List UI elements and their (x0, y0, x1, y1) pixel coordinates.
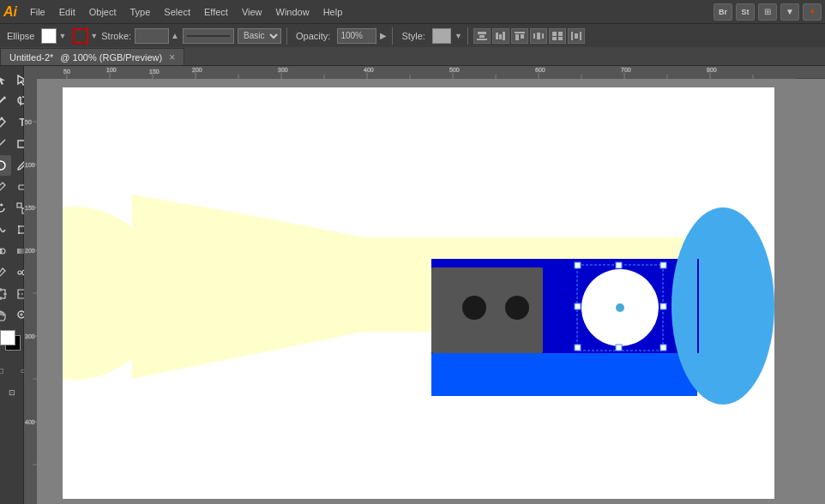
menu-file[interactable]: File (24, 5, 51, 19)
menu-select[interactable]: Select (158, 5, 196, 19)
pen-tool-button[interactable] (0, 112, 11, 133)
svg-rect-3 (496, 33, 498, 39)
main-area: T (0, 66, 825, 504)
rotate-tool-button[interactable] (0, 198, 11, 219)
eyedropper-tool-button[interactable] (0, 262, 11, 283)
color-swatches (0, 330, 24, 357)
svg-rect-37 (18, 232, 20, 234)
inside-mode-button[interactable]: ⊡ (2, 382, 22, 403)
svg-line-33 (21, 207, 23, 209)
align-icons-group (473, 28, 585, 44)
svg-text:600: 600 (535, 67, 545, 73)
handle-tl (575, 262, 581, 268)
svg-line-21 (0, 98, 4, 105)
circle-center-dot (616, 303, 624, 312)
bottom-stripe (431, 353, 697, 396)
fill-swatch[interactable] (41, 28, 57, 44)
svg-text:150: 150 (25, 205, 35, 211)
svg-text:200: 200 (192, 67, 202, 73)
svg-marker-30 (1, 203, 3, 207)
svg-rect-15 (558, 37, 563, 40)
svg-rect-1 (479, 35, 485, 38)
menu-effect[interactable]: Effect (198, 5, 234, 19)
style-label: Style: (398, 31, 429, 41)
menu-help[interactable]: Help (317, 5, 349, 19)
options-toolbar: Ellipse ▼ ▼ Stroke: ▲ Basic Opacity: ▶ S… (0, 23, 825, 47)
align-grid-icon[interactable] (549, 28, 566, 44)
menu-object[interactable]: Object (83, 5, 123, 19)
pencil-tool-button[interactable] (0, 177, 11, 197)
shape-builder-button[interactable] (0, 241, 11, 261)
svg-point-28 (0, 161, 5, 170)
foreground-color-swatch[interactable] (0, 330, 15, 345)
align-h-center-icon[interactable] (473, 28, 491, 44)
align-v-center-icon[interactable] (492, 28, 509, 44)
menu-type[interactable]: Type (124, 5, 157, 19)
align-top-icon[interactable] (511, 28, 528, 44)
svg-text:200: 200 (25, 248, 35, 254)
stroke-width-input[interactable] (135, 28, 169, 44)
hand-tool-button[interactable] (0, 305, 11, 326)
warp-tool-button[interactable] (0, 219, 11, 240)
selection-tool-button[interactable] (0, 69, 11, 90)
workspace-icon[interactable]: ▼ (780, 3, 799, 21)
artboard-tool-button[interactable] (0, 284, 11, 304)
style-swatch[interactable] (432, 28, 451, 44)
align-spacing-icon[interactable] (568, 28, 585, 44)
opacity-input[interactable] (337, 28, 376, 44)
handle-tr (660, 262, 666, 268)
svg-rect-2 (477, 39, 487, 40)
dot-left (462, 296, 486, 320)
ellipse-tool-button[interactable] (0, 155, 11, 176)
fill-arrow[interactable]: ▼ (58, 32, 66, 40)
svg-text:50: 50 (25, 119, 32, 125)
document-canvas (37, 79, 825, 504)
stroke-swatch[interactable] (73, 28, 88, 44)
svg-rect-9 (533, 33, 535, 39)
illustration-svg (63, 87, 774, 499)
svg-rect-13 (558, 32, 563, 36)
menu-edit[interactable]: Edit (53, 5, 81, 19)
svg-rect-6 (515, 32, 525, 33)
menu-bar: Ai File Edit Object Type Select Effect V… (0, 0, 825, 23)
stroke-profile-select[interactable]: Basic (238, 28, 281, 44)
opacity-label: Opacity: (292, 31, 334, 41)
line-tool-button[interactable] (0, 134, 11, 154)
menu-app-icons: Br St ⊞ ▼ ✦ (714, 3, 822, 21)
stroke-line-preview (183, 28, 234, 44)
normal-mode-button[interactable]: □ (0, 360, 11, 381)
dot-right (505, 296, 529, 320)
motion-icon[interactable]: ✦ (803, 3, 822, 21)
stroke-arrow[interactable]: ▼ (90, 32, 98, 40)
opacity-arrow[interactable]: ▶ (380, 31, 387, 40)
distribute-icon[interactable] (530, 28, 547, 44)
layout-icon[interactable]: ⊞ (758, 3, 777, 21)
menu-view[interactable]: View (236, 5, 268, 19)
document-tab[interactable]: Untitled-2* @ 100% (RGB/Preview) × (0, 48, 184, 65)
style-arrow[interactable]: ▼ (455, 32, 462, 40)
svg-rect-31 (17, 203, 21, 207)
tab-close-button[interactable]: × (169, 51, 175, 63)
svg-marker-19 (0, 75, 5, 85)
body-right-edge (697, 259, 699, 353)
svg-text:500: 500 (449, 67, 460, 73)
svg-text:100: 100 (106, 67, 117, 73)
svg-rect-5 (503, 32, 505, 40)
stroke-up-arrow[interactable]: ▲ (171, 31, 179, 40)
ruler-vertical: 50 100 150 200 300 400 (24, 79, 37, 504)
bridge-icon[interactable]: Br (714, 3, 732, 21)
stock-icon[interactable]: St (736, 3, 755, 21)
menu-window[interactable]: Window (270, 5, 316, 19)
tab-subtitle: @ 100% (RGB/Preview) (60, 52, 162, 63)
magic-wand-button[interactable] (0, 91, 11, 111)
svg-point-25 (1, 117, 3, 120)
svg-rect-18 (575, 33, 578, 39)
svg-rect-0 (478, 32, 486, 34)
svg-point-40 (0, 249, 5, 254)
svg-text:400: 400 (364, 67, 374, 73)
canvas-area: 50 100 150 200 300 400 500 600 700 800 (24, 66, 825, 504)
handle-ml (575, 303, 581, 309)
app-logo: Ai (3, 4, 17, 20)
left-toolbar: T (0, 66, 24, 504)
svg-text:100: 100 (25, 162, 35, 168)
